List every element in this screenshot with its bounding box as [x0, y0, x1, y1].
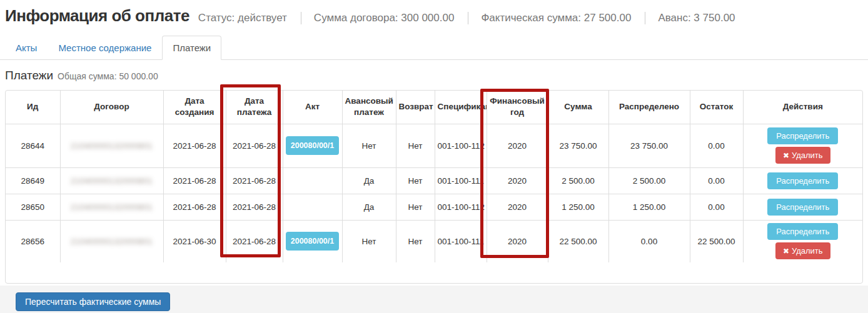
- col-header-amount: Сумма: [548, 91, 608, 124]
- cell-distributed: 23 750.00: [608, 124, 690, 167]
- cell-advance-payment: Нет: [342, 220, 396, 262]
- cell-actions: Распределить: [743, 167, 862, 194]
- recalculate-actual-sums-button[interactable]: Пересчитать фактические суммы: [16, 292, 170, 311]
- cell-distributed: 2 500.00: [608, 167, 690, 194]
- cell-created-date: 2021-06-28: [163, 124, 226, 167]
- payment-row: 28644 21040000132000801 2021-06-28 2021-…: [6, 124, 862, 167]
- col-header-payment-date: Дата платежа: [226, 91, 283, 124]
- cell-contract: 21040000132000801: [60, 220, 163, 262]
- col-header-act: Акт: [283, 91, 342, 124]
- table-header-row: Ид Договор Дата создания Дата платежа Ак…: [6, 91, 862, 124]
- distribute-button[interactable]: Распределить: [767, 127, 838, 144]
- tab-payments[interactable]: Платежи: [162, 36, 221, 60]
- cell-payment-date: 2021-06-28: [226, 194, 283, 220]
- advance-text: Аванс: 3 750.00: [645, 12, 736, 24]
- page-header: Информация об оплате Статус: действует С…: [5, 6, 863, 26]
- col-header-actions: Действия: [743, 91, 862, 124]
- cell-id: 28644: [6, 124, 60, 167]
- payment-row: 28649 21040000132000801 2021-06-28 2021-…: [6, 167, 862, 194]
- payment-info-page: Информация об оплате Статус: действует С…: [0, 0, 868, 313]
- payment-row: 28650 21040000132000801 2021-06-28 2021-…: [6, 194, 862, 220]
- section-title: Платежи: [5, 69, 53, 82]
- cell-payment-date: 2021-06-28: [226, 124, 283, 167]
- cell-remainder: 0.00: [690, 124, 743, 167]
- cell-financial-year: 2020: [487, 124, 548, 167]
- cell-refund: Нет: [396, 220, 435, 262]
- cell-refund: Нет: [396, 124, 435, 167]
- cell-advance-payment: Нет: [342, 124, 396, 167]
- tab-bar: Акты Местное содержание Платежи: [0, 36, 868, 60]
- payment-row: 28656 21040000132000801 2021-06-30 2021-…: [6, 220, 862, 262]
- delete-x-icon: ✖: [783, 247, 789, 256]
- cell-act: 200080/00/1: [283, 220, 342, 262]
- cell-actions: Распределить ✖Удалить: [743, 124, 862, 167]
- cell-contract: 21040000132000801: [60, 167, 163, 194]
- header-meta: Статус: действует Сумма договора: 300 00…: [197, 12, 737, 24]
- col-header-distributed: Распределено: [608, 91, 690, 124]
- cell-advance-payment: Да: [342, 194, 396, 220]
- act-link-button[interactable]: 200080/00/1: [286, 136, 340, 155]
- cell-contract: 21040000132000801: [60, 194, 163, 220]
- cell-distributed: 0.00: [608, 220, 690, 262]
- payments-section-header: Платежи Общая сумма: 50 000.00: [5, 69, 863, 82]
- cell-contract: 21040000132000801: [60, 124, 163, 167]
- col-header-id: Ид: [6, 91, 60, 124]
- cell-specification: 001-100-112: [435, 194, 487, 220]
- cell-amount: 1 250.00: [548, 194, 608, 220]
- cell-id: 28649: [6, 167, 60, 194]
- cell-refund: Нет: [396, 194, 435, 220]
- contract-number-blurred: 21040000132000801: [71, 176, 153, 186]
- cell-advance-payment: Да: [342, 167, 396, 194]
- col-header-created-date: Дата создания: [163, 91, 226, 124]
- status-text: Статус: действует: [197, 12, 288, 24]
- tab-local-content[interactable]: Местное содержание: [48, 36, 162, 60]
- delete-button-label: Удалить: [792, 246, 823, 256]
- col-header-refund: Возврат: [396, 91, 435, 124]
- cell-act: [283, 194, 342, 220]
- cell-act: [283, 167, 342, 194]
- col-header-remainder: Остаток: [690, 91, 743, 124]
- distribute-button[interactable]: Распределить: [767, 199, 838, 216]
- cell-actions: Распределить: [743, 194, 862, 220]
- cell-remainder: 22 500.00: [690, 220, 743, 262]
- cell-created-date: 2021-06-30: [163, 220, 226, 262]
- payments-table-panel: Ид Договор Дата создания Дата платежа Ак…: [5, 90, 863, 284]
- cell-amount: 23 750.00: [548, 124, 608, 167]
- page-title: Информация об оплате: [5, 6, 189, 26]
- contract-number-blurred: 21040000132000801: [71, 141, 153, 151]
- distribute-button[interactable]: Распределить: [767, 223, 838, 240]
- act-link-button[interactable]: 200080/00/1: [286, 232, 340, 251]
- col-header-contract: Договор: [60, 91, 163, 124]
- col-header-advance-payment: Авансовый платеж: [342, 91, 396, 124]
- delete-button[interactable]: ✖Удалить: [775, 242, 830, 259]
- delete-x-icon: ✖: [783, 151, 789, 160]
- cell-act: 200080/00/1: [283, 124, 342, 167]
- cell-specification: 001-100-112: [435, 124, 487, 167]
- contract-number-blurred: 21040000132000801: [71, 237, 153, 246]
- contract-sum-text: Сумма договора: 300 000.00: [301, 12, 456, 24]
- cell-amount: 22 500.00: [548, 220, 608, 262]
- distribute-button[interactable]: Распределить: [767, 172, 838, 189]
- total-sum-text: Общая сумма: 50 000.00: [58, 71, 158, 81]
- cell-refund: Нет: [396, 167, 435, 194]
- cell-actions: Распределить ✖Удалить: [743, 220, 862, 262]
- delete-button-label: Удалить: [792, 151, 823, 160]
- cell-payment-date: 2021-06-28: [226, 167, 283, 194]
- col-header-financial-year: Финансовый год: [487, 91, 548, 124]
- cell-financial-year: 2020: [487, 167, 548, 194]
- cell-payment-date: 2021-06-28: [226, 220, 283, 262]
- cell-specification: 001-100-111: [435, 167, 487, 194]
- col-header-specification: Спецификация: [435, 91, 487, 124]
- cell-financial-year: 2020: [487, 220, 548, 262]
- cell-created-date: 2021-06-28: [163, 194, 226, 220]
- contract-number-blurred: 21040000132000801: [71, 202, 153, 212]
- delete-button[interactable]: ✖Удалить: [775, 147, 830, 164]
- cell-remainder: 0.00: [690, 167, 743, 194]
- cell-specification: 001-100-111: [435, 220, 487, 262]
- cell-financial-year: 2020: [487, 194, 548, 220]
- tab-acts[interactable]: Акты: [5, 36, 48, 60]
- actual-sum-text: Фактическая сумма: 27 500.00: [468, 12, 632, 24]
- cell-remainder: 0.00: [690, 194, 743, 220]
- cell-id: 28650: [6, 194, 60, 220]
- cell-distributed: 1 250.00: [608, 194, 690, 220]
